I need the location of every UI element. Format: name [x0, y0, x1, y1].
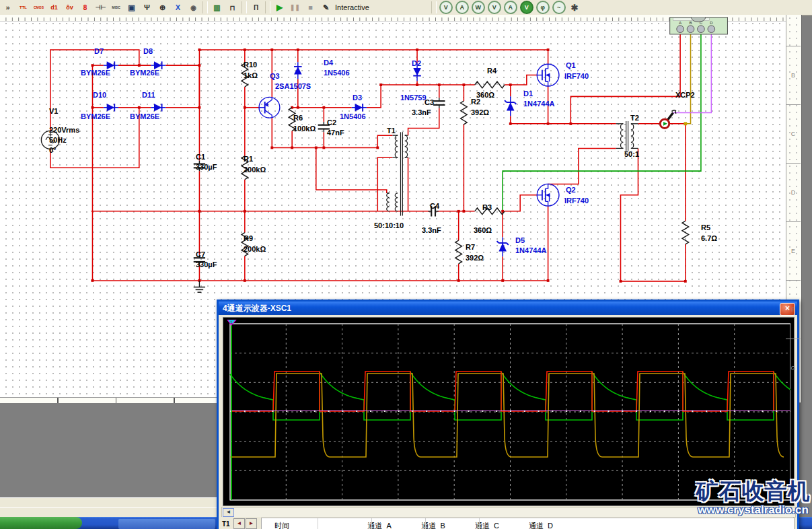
t1-prev-button[interactable]: ◄ [233, 518, 245, 529]
component-label[interactable]: IRF740 [564, 197, 589, 205]
probe-digital-icon[interactable]: ~ [552, 1, 566, 14]
place-peripherals-icon[interactable]: ▣ [124, 1, 139, 14]
run-button[interactable]: ▶ [272, 1, 287, 14]
component-label[interactable]: XCP2 [675, 92, 695, 99]
wire[interactable] [548, 148, 616, 184]
component-label[interactable]: Q3 [270, 73, 280, 80]
start-button[interactable] [0, 517, 82, 529]
component-D4[interactable] [294, 62, 302, 79]
component-label[interactable]: D10 [93, 92, 106, 99]
place-ladder-icon[interactable]: Π [248, 1, 264, 14]
component-R5[interactable] [682, 221, 689, 244]
component-GND[interactable] [194, 281, 205, 292]
component-label[interactable]: C7 [196, 251, 205, 258]
component-label[interactable]: D7 [94, 48, 104, 55]
component-label[interactable]: R3 [482, 204, 492, 211]
oscilloscope-scrollbar[interactable]: ◄ [221, 507, 796, 518]
component-label[interactable]: D4 [324, 59, 333, 67]
component-label[interactable]: 3.3nF [412, 109, 431, 116]
component-D10[interactable] [104, 104, 118, 112]
component-T2[interactable] [616, 121, 638, 151]
wire[interactable] [505, 75, 537, 85]
component-label[interactable]: V1 [49, 108, 58, 115]
component-label[interactable]: D11 [142, 92, 155, 99]
component-label[interactable]: Q2 [566, 186, 576, 194]
component-label[interactable]: D5 [515, 237, 525, 244]
component-R2[interactable] [461, 101, 468, 125]
component-Q1[interactable] [537, 64, 559, 86]
wire[interactable] [503, 34, 701, 211]
component-T1[interactable] [387, 132, 408, 215]
component-label[interactable]: D3 [353, 94, 362, 102]
component-label[interactable]: R9 [244, 235, 253, 242]
component-Q2[interactable] [537, 184, 559, 206]
place-connector-icon[interactable]: ◉ [186, 1, 201, 14]
component-label[interactable]: C3 [425, 99, 434, 106]
wire[interactable] [272, 118, 377, 147]
component-D5[interactable] [497, 237, 509, 256]
component-label[interactable]: 6.7Ω [701, 235, 717, 242]
place-transistor-icon[interactable]: ôv [62, 1, 77, 14]
probe-voltage-icon[interactable]: V [439, 1, 453, 14]
oscilloscope-title-bar[interactable]: 4通道示波器-XSC1 × [219, 302, 797, 315]
component-label[interactable]: 1kΩ [244, 72, 258, 79]
place-bus-icon[interactable]: ⊓ [225, 1, 240, 14]
wire[interactable] [316, 147, 387, 192]
component-label[interactable]: 1N4744A [523, 100, 554, 108]
place-diode-icon[interactable]: d1 [46, 1, 62, 14]
component-label[interactable]: 50:1 [624, 151, 639, 158]
place-mcu-icon[interactable]: ▥ [209, 1, 225, 14]
scroll-left-button[interactable]: ◄ [223, 508, 234, 517]
component-label[interactable]: T1 [387, 127, 396, 135]
component-label[interactable]: 360Ω [474, 227, 492, 234]
component-label[interactable]: 1N5406 [340, 113, 366, 120]
wire[interactable] [377, 157, 392, 211]
component-label[interactable]: C2 [327, 119, 336, 127]
pause-button[interactable]: ❚❚ [287, 1, 303, 14]
component-label[interactable]: D2 [412, 60, 421, 67]
component-label[interactable]: C1 [196, 153, 205, 161]
component-label[interactable]: BYM26E [81, 113, 110, 120]
component-D1[interactable] [505, 96, 516, 116]
component-label[interactable]: 392Ω [471, 109, 489, 116]
component-C3[interactable] [433, 98, 445, 108]
component-label[interactable]: BYM26E [130, 69, 159, 77]
component-label[interactable]: 50:10:10 [374, 222, 404, 230]
component-label[interactable]: IRF740 [564, 73, 589, 80]
component-label[interactable]: T2 [630, 114, 639, 122]
place-electromechanical-icon[interactable]: ⊕ [155, 1, 170, 14]
component-label[interactable]: 220Vrms [49, 127, 79, 134]
component-label[interactable]: R4 [487, 67, 496, 75]
place-power-source-icon[interactable]: ⊣⊢ [93, 1, 108, 14]
component-label[interactable]: 0° [49, 147, 57, 154]
component-label[interactable]: R6 [293, 114, 303, 122]
component-label[interactable]: 330µF [196, 164, 217, 171]
component-label[interactable]: 50Hz [49, 137, 67, 144]
component-label[interactable]: R2 [471, 98, 480, 106]
component-label[interactable]: 3.3nF [422, 227, 441, 234]
connector-terminal-C[interactable] [698, 26, 705, 33]
component-label[interactable]: C4 [430, 203, 439, 210]
component-label[interactable]: 100kΩ [293, 125, 316, 133]
place-ncs-icon[interactable]: X [170, 1, 186, 14]
probe-voltage-ref-icon[interactable]: V [488, 1, 501, 14]
component-label[interactable]: BYM26E [130, 113, 159, 120]
taskbar-button[interactable] [118, 519, 215, 529]
component-label[interactable]: R1 [244, 155, 253, 163]
connector-terminal-B[interactable] [687, 26, 694, 33]
probe-power-icon[interactable]: W [472, 1, 485, 14]
probe-settings-gear-icon[interactable]: ✱ [567, 1, 583, 14]
oscilloscope-window[interactable]: 4通道示波器-XSC1 × 1 ◄ T1 ◄ ► 时间通道_A通道_B通道_C通… [217, 299, 799, 529]
component-label[interactable]: R10 [244, 61, 257, 69]
wire[interactable] [505, 195, 537, 211]
component-R7[interactable] [455, 240, 462, 264]
component-label[interactable]: BYM26E [81, 69, 110, 77]
place-misc-icon[interactable]: MISC [108, 1, 124, 14]
wire[interactable] [511, 116, 548, 124]
component-label[interactable]: 47nF [327, 129, 344, 137]
component-label[interactable]: 200kΩ [244, 246, 266, 253]
component-label[interactable]: 1N5759 [400, 94, 427, 102]
place-rf-icon[interactable]: Ψ [139, 1, 155, 14]
place-indicator-icon[interactable]: 8 [77, 1, 93, 14]
component-label[interactable]: Q1 [566, 62, 576, 69]
